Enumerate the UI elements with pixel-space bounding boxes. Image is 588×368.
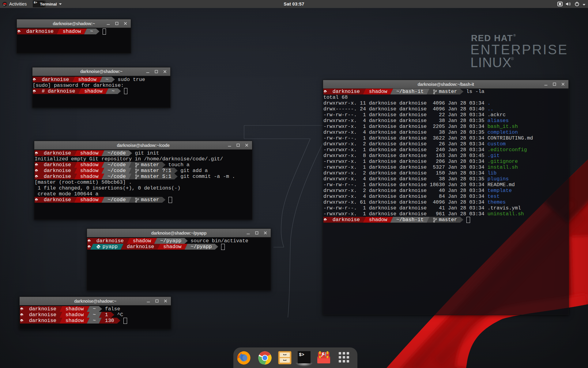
svg-text:®: ®	[513, 33, 516, 37]
svg-text:ENTERPRISE: ENTERPRISE	[470, 42, 568, 57]
svg-text:RED HAT: RED HAT	[471, 33, 513, 43]
svg-text:®: ®	[511, 56, 514, 61]
svg-text:$>: $>	[299, 352, 304, 357]
svg-text:LINUX: LINUX	[470, 55, 512, 70]
